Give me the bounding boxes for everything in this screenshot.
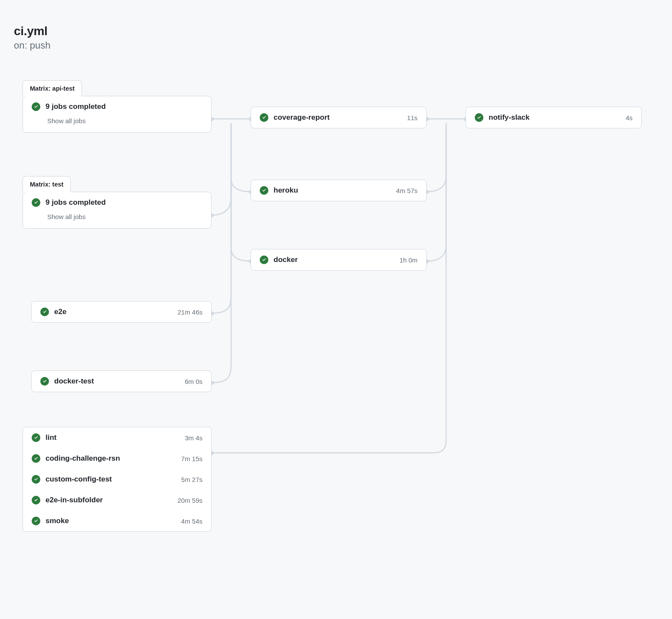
job-duration: 6m 0s xyxy=(185,378,202,385)
job-name: custom-config-test xyxy=(46,475,176,484)
job-name: docker-test xyxy=(54,377,179,386)
job-docker-test-card[interactable]: docker-test 6m 0s xyxy=(31,370,212,392)
job-name: e2e xyxy=(54,308,172,316)
success-check-icon xyxy=(32,475,40,484)
job-coding-challenge-row[interactable]: coding-challenge-rsn 7m 15s xyxy=(23,448,211,469)
success-check-icon xyxy=(32,454,40,463)
matrix-api-test-summary: 9 jobs completed xyxy=(46,102,202,111)
job-name: coverage-report xyxy=(274,113,402,122)
job-duration: 11s xyxy=(407,114,418,121)
job-duration: 5m 27s xyxy=(181,476,202,483)
job-duration: 4s xyxy=(626,114,633,121)
job-heroku-card[interactable]: heroku 4m 57s xyxy=(251,180,427,201)
success-check-icon xyxy=(32,517,40,525)
success-check-icon xyxy=(32,198,40,207)
workflow-graph: Matrix: api-test 9 jobs completed Show a… xyxy=(14,80,658,605)
job-name: lint xyxy=(46,433,179,442)
matrix-test-tab: Matrix: test xyxy=(23,176,71,192)
workflow-title: ci.yml xyxy=(14,24,658,38)
job-duration: 7m 15s xyxy=(181,455,202,462)
success-check-icon xyxy=(475,113,483,122)
job-smoke-row[interactable]: smoke 4m 54s xyxy=(23,511,211,531)
job-name: smoke xyxy=(46,517,176,525)
matrix-api-test-card[interactable]: Matrix: api-test 9 jobs completed Show a… xyxy=(23,96,212,133)
job-duration: 4m 57s xyxy=(396,187,418,194)
job-duration: 4m 54s xyxy=(181,517,202,525)
job-lint-row[interactable]: lint 3m 4s xyxy=(23,427,211,448)
job-name: coding-challenge-rsn xyxy=(46,454,176,463)
success-check-icon xyxy=(260,186,268,195)
job-name: notify-slack xyxy=(489,113,620,122)
job-name: heroku xyxy=(274,186,391,195)
success-check-icon xyxy=(40,377,49,386)
job-duration: 20m 59s xyxy=(177,497,202,504)
job-duration: 1h 0m xyxy=(399,256,418,264)
job-name: docker xyxy=(274,255,394,264)
job-name: e2e-in-subfolder xyxy=(46,496,172,504)
show-all-jobs-link[interactable]: Show all jobs xyxy=(23,213,211,228)
success-check-icon xyxy=(260,255,268,264)
success-check-icon xyxy=(260,113,268,122)
job-coverage-report-card[interactable]: coverage-report 11s xyxy=(251,107,427,128)
job-notify-slack-card[interactable]: notify-slack 4s xyxy=(466,107,642,128)
job-docker-card[interactable]: docker 1h 0m xyxy=(251,249,427,271)
matrix-test-summary: 9 jobs completed xyxy=(46,198,202,207)
workflow-trigger: on: push xyxy=(14,40,658,51)
success-check-icon xyxy=(40,308,49,316)
job-duration: 3m 4s xyxy=(185,434,202,442)
job-group-card[interactable]: lint 3m 4s coding-challenge-rsn 7m 15s c… xyxy=(23,427,212,532)
job-e2e-card[interactable]: e2e 21m 46s xyxy=(31,301,212,323)
job-custom-config-row[interactable]: custom-config-test 5m 27s xyxy=(23,469,211,490)
success-check-icon xyxy=(32,102,40,111)
matrix-test-card[interactable]: Matrix: test 9 jobs completed Show all j… xyxy=(23,192,212,229)
success-check-icon xyxy=(32,496,40,504)
show-all-jobs-link[interactable]: Show all jobs xyxy=(23,117,211,132)
success-check-icon xyxy=(32,433,40,442)
job-e2e-subfolder-row[interactable]: e2e-in-subfolder 20m 59s xyxy=(23,490,211,511)
matrix-api-test-tab: Matrix: api-test xyxy=(23,80,82,96)
job-duration: 21m 46s xyxy=(177,308,202,316)
